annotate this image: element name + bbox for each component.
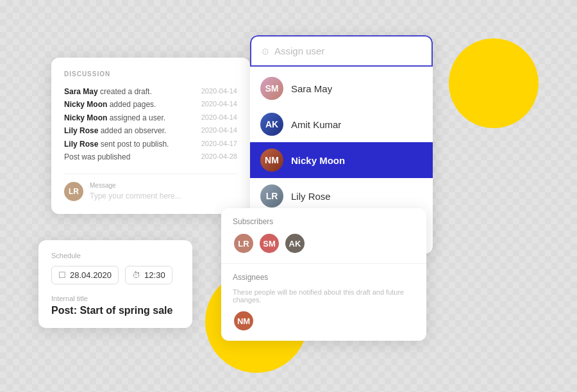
discussion-date-6: 2020-04-28 (201, 151, 237, 163)
subscribers-avatars: LR SM AK (233, 233, 415, 254)
schedule-card: Schedule ☐ 28.04.2020 ⏱ 12:30 Internal t… (38, 240, 192, 328)
assignees-description: These people will be notified about this… (233, 288, 415, 304)
discussion-row-6: Post was published 2020-04-28 (64, 151, 237, 163)
schedule-fields: ☐ 28.04.2020 ⏱ 12:30 (51, 266, 180, 284)
comment-field[interactable]: Message Type your comment here... (90, 182, 237, 200)
discussion-date-4: 2020-04-14 (201, 124, 237, 137)
subscriber-avatar-2: SM (258, 233, 280, 254)
discussion-user-1: Sara May (64, 87, 98, 96)
user-name-amit-kumar: Amit Kumar (291, 119, 341, 130)
subscriber-avatar-1: LR (233, 233, 255, 254)
schedule-label: Schedule (51, 252, 180, 259)
subscribers-card: Subscribers LR SM AK Assignees These peo… (221, 208, 426, 341)
commenter-avatar: LR (64, 182, 83, 201)
internal-title-value: Post: Start of spring sale (51, 305, 180, 316)
discussion-list: Sara May created a draft. 2020-04-14 Nic… (64, 85, 237, 163)
comment-field-label: Message (90, 182, 237, 189)
discussion-user-2: Nicky Moon (64, 100, 107, 109)
schedule-time-value: 12:30 (144, 270, 165, 280)
clock-icon: ⏱ (132, 270, 140, 280)
subscriber-avatar-3: AK (284, 233, 306, 254)
avatar-lily-rose: LR (260, 184, 283, 208)
user-name-nicky-moon: Nicky Moon (291, 155, 345, 166)
assignees-title: Assignees (233, 273, 415, 282)
avatar-sara-may: SM (260, 77, 283, 100)
calendar-icon: ☐ (58, 270, 66, 280)
discussion-date-5: 2020-04-17 (201, 138, 237, 151)
discussion-card: DISCUSSION Sara May created a draft. 202… (51, 58, 250, 214)
discussion-date-2: 2020-04-14 (201, 98, 237, 111)
discussion-user-3: Nicky Moon (64, 113, 107, 122)
avatar-nicky-moon: NM (260, 149, 283, 172)
discussion-row-5: Lily Rose sent post to publish. 2020-04-… (64, 138, 237, 151)
assign-search-box[interactable]: ⊙ Assign user (250, 35, 433, 67)
assignee-avatar-1: NM (233, 310, 255, 332)
assign-user-input[interactable]: Assign user (274, 45, 421, 56)
user-item-nicky-moon[interactable]: NM Nicky Moon (250, 142, 433, 178)
comment-placeholder: Type your comment here... (90, 192, 237, 200)
search-icon: ⊙ (262, 46, 269, 56)
yellow-circle-right-decoration (449, 38, 539, 128)
discussion-user-4: Lily Rose (64, 126, 98, 135)
discussion-label: DISCUSSION (64, 70, 237, 78)
avatar-amit-kumar: AK (260, 113, 283, 136)
discussion-user-5: Lily Rose (64, 140, 98, 149)
assignees-avatars: NM (233, 310, 415, 332)
user-name-sara-may: Sara May (291, 83, 332, 94)
user-name-lily-rose: Lily Rose (291, 191, 331, 202)
assignees-section: Assignees These people will be notified … (221, 264, 426, 341)
discussion-row-4: Lily Rose added an observer. 2020-04-14 (64, 124, 237, 137)
discussion-row-2: Nicky Moon added pages. 2020-04-14 (64, 98, 237, 111)
user-item-amit-kumar[interactable]: AK Amit Kumar (250, 106, 433, 142)
internal-title-label: Internal title (51, 295, 180, 302)
discussion-row-3: Nicky Moon assigned a user. 2020-04-14 (64, 111, 237, 124)
user-item-sara-may[interactable]: SM Sara May (250, 70, 433, 106)
comment-area: LR Message Type your comment here... (64, 174, 237, 201)
schedule-date-value: 28.04.2020 (70, 270, 112, 280)
discussion-row-1: Sara May created a draft. 2020-04-14 (64, 85, 237, 98)
subscribers-section: Subscribers LR SM AK (221, 208, 426, 264)
schedule-date-field[interactable]: ☐ 28.04.2020 (51, 266, 119, 284)
discussion-date-1: 2020-04-14 (201, 85, 237, 98)
subscribers-title: Subscribers (233, 217, 415, 226)
schedule-time-field[interactable]: ⏱ 12:30 (125, 266, 172, 284)
discussion-date-3: 2020-04-14 (201, 111, 237, 124)
